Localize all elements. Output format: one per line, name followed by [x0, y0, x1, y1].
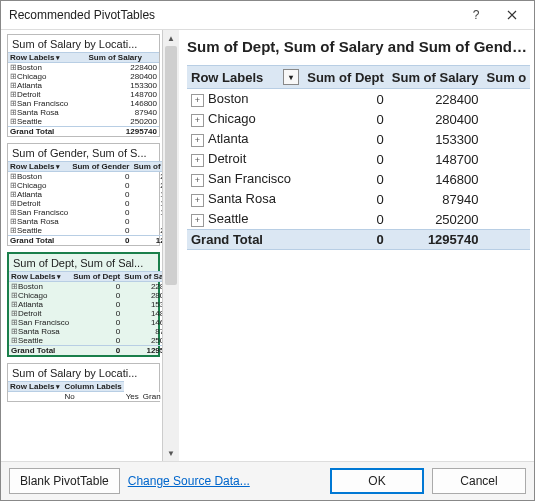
change-source-data-link[interactable]: Change Source Data...	[128, 474, 250, 488]
recommendation-thumb[interactable]: Sum of Dept, Sum of Sal...Row Labels ▾Su…	[7, 252, 160, 357]
recommended-pivottables-dialog: Recommended PivotTables ? Sum of Salary …	[0, 0, 535, 501]
grand-total-value: 1295740	[388, 230, 483, 250]
scroll-track[interactable]	[163, 46, 179, 445]
recommendation-list: Sum of Salary by Locati...Row Labels ▾Su…	[1, 30, 179, 461]
close-button[interactable]	[494, 4, 530, 26]
cell-value: 0	[303, 89, 388, 110]
cell-value: 146800	[388, 169, 483, 189]
thumb-table: Row Labels ▾Sum of GenderSum of Salary⊞B…	[8, 161, 162, 245]
row-label: Chicago	[208, 111, 256, 126]
expand-icon[interactable]: +	[191, 154, 204, 167]
scroll-down-icon[interactable]: ▼	[163, 445, 179, 461]
cell-value: 0	[303, 169, 388, 189]
preview-pane: Sum of Dept, Sum of Salary and Sum of Ge…	[179, 30, 534, 461]
recommendation-thumb[interactable]: Sum of Salary by Locati...Row Labels ▾Co…	[7, 363, 160, 402]
scrollbar[interactable]: ▲ ▼	[162, 30, 179, 461]
expand-icon[interactable]: +	[191, 114, 204, 127]
cell-value: 153300	[388, 129, 483, 149]
expand-icon[interactable]: +	[191, 194, 204, 207]
dialog-footer: Blank PivotTable Change Source Data... O…	[1, 461, 534, 500]
expand-icon[interactable]: +	[191, 94, 204, 107]
cancel-button[interactable]: Cancel	[432, 468, 526, 494]
cell-value: 0	[303, 129, 388, 149]
preview-header-rowlabels: Row Labels ▾	[187, 66, 303, 89]
row-label: Santa Rosa	[208, 191, 276, 206]
preview-title: Sum of Dept, Sum of Salary and Sum of Ge…	[187, 36, 530, 65]
grand-total-row: Grand Total01295740	[187, 230, 530, 250]
recommendation-thumb[interactable]: Sum of Gender, Sum of S...Row Labels ▾Su…	[7, 143, 160, 246]
table-row: +San Francisco0146800	[187, 169, 530, 189]
grand-total-label: Grand Total	[187, 230, 303, 250]
expand-icon[interactable]: +	[191, 214, 204, 227]
row-label: Seattle	[208, 211, 248, 226]
cell-value: 280400	[388, 109, 483, 129]
cell-value: 87940	[388, 189, 483, 209]
table-row: +Santa Rosa087940	[187, 189, 530, 209]
thumb-title: Sum of Salary by Locati...	[8, 35, 159, 52]
cell-value: 228400	[388, 89, 483, 110]
row-label: Boston	[208, 91, 248, 106]
titlebar: Recommended PivotTables ?	[1, 1, 534, 29]
dialog-title: Recommended PivotTables	[9, 8, 458, 22]
table-row: +Seattle0250200	[187, 209, 530, 230]
thumb-table: Row Labels ▾Sum of DeptSum of SalaryS⊞Bo…	[9, 271, 162, 355]
row-labels-filter-dropdown[interactable]: ▾	[283, 69, 299, 85]
preview-header-c1: Sum of Dept	[303, 66, 388, 89]
preview-header-c2: Sum of Salary	[388, 66, 483, 89]
table-row: +Atlanta0153300	[187, 129, 530, 149]
row-label: San Francisco	[208, 171, 291, 186]
thumb-title: Sum of Gender, Sum of S...	[8, 144, 159, 161]
cell-value: 0	[303, 149, 388, 169]
expand-icon[interactable]: +	[191, 134, 204, 147]
row-label: Atlanta	[208, 131, 248, 146]
blank-pivottable-button[interactable]: Blank PivotTable	[9, 468, 120, 494]
table-row: +Chicago0280400	[187, 109, 530, 129]
scroll-thumb[interactable]	[165, 46, 177, 285]
grand-total-value: 0	[303, 230, 388, 250]
cell-value: 0	[303, 109, 388, 129]
dialog-body: Sum of Salary by Locati...Row Labels ▾Su…	[1, 29, 534, 461]
preview-table: Row Labels ▾ Sum of Dept Sum of Salary S…	[187, 65, 530, 250]
thumb-table: Row Labels ▾Sum of Salary⊞Boston228400⊞C…	[8, 52, 159, 136]
cell-value: 0	[303, 189, 388, 209]
ok-button[interactable]: OK	[330, 468, 424, 494]
recommendation-thumbs: Sum of Salary by Locati...Row Labels ▾Su…	[1, 30, 162, 461]
row-label: Detroit	[208, 151, 246, 166]
preview-header-c3: Sum o	[483, 66, 531, 89]
cell-value: 0	[303, 209, 388, 230]
close-icon	[507, 10, 517, 20]
scroll-up-icon[interactable]: ▲	[163, 30, 179, 46]
cell-value: 250200	[388, 209, 483, 230]
thumb-table: Row Labels ▾Column LabelsNoYesGran	[8, 381, 162, 401]
recommendation-thumb[interactable]: Sum of Salary by Locati...Row Labels ▾Su…	[7, 34, 160, 137]
table-row: +Detroit0148700	[187, 149, 530, 169]
table-row: +Boston0228400	[187, 89, 530, 110]
thumb-title: Sum of Salary by Locati...	[8, 364, 159, 381]
row-labels-text: Row Labels	[191, 70, 263, 85]
help-button[interactable]: ?	[458, 4, 494, 26]
expand-icon[interactable]: +	[191, 174, 204, 187]
thumb-title: Sum of Dept, Sum of Sal...	[9, 254, 158, 271]
cell-value: 148700	[388, 149, 483, 169]
